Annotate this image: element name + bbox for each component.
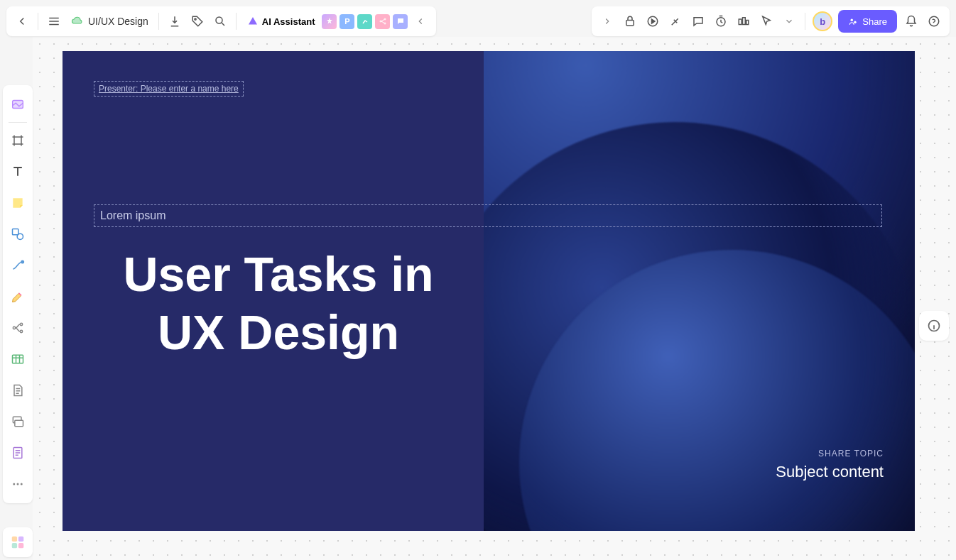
share-button[interactable]: Share [838,10,897,33]
toolbar-right: b Share [592,6,950,36]
comment-button[interactable] [687,10,710,33]
apps-button[interactable] [3,527,33,557]
help-button[interactable] [923,10,945,33]
ai-chip-presentation[interactable]: P [340,14,354,29]
templates-tool[interactable] [6,92,30,116]
svg-point-17 [21,260,23,263]
svg-rect-31 [18,543,23,548]
svg-rect-21 [13,355,23,363]
share-topic-group[interactable]: SHARE TOPIC Subject content [776,449,884,481]
frames-button[interactable] [732,10,755,33]
subtitle-placeholder[interactable]: Lorem ipsum [94,204,882,227]
svg-rect-29 [18,537,23,542]
svg-point-19 [20,323,22,325]
mindmap-tool[interactable] [6,316,30,340]
svg-rect-28 [12,537,17,542]
svg-point-3 [384,18,386,20]
tool-sidebar [3,85,33,503]
svg-point-1 [216,17,222,23]
cloud-sync-icon [71,15,84,28]
svg-point-11 [851,19,854,22]
divider [158,13,159,30]
svg-point-12 [854,21,857,23]
laser-pointer-button[interactable] [664,10,687,33]
play-button[interactable] [641,10,664,33]
sticky-note-tool[interactable] [6,191,30,215]
share-button-label: Share [862,16,887,27]
table-tool[interactable] [6,347,30,371]
share-topic-label: SHARE TOPIC [776,449,884,459]
back-button[interactable] [11,10,33,33]
text-tool[interactable] [6,160,30,184]
pen-tool[interactable] [6,285,30,309]
divider [9,122,27,123]
ai-assistant-button[interactable]: AI Assistant [241,15,321,28]
more-tools-dropdown[interactable] [778,10,800,33]
divider [236,13,237,30]
svg-rect-23 [15,420,23,426]
cursor-button[interactable] [755,10,778,33]
connector-tool[interactable] [6,253,30,278]
svg-point-0 [195,18,196,20]
ai-chip-mindmap[interactable] [375,14,390,29]
menu-button[interactable] [43,10,65,33]
tag-button[interactable] [186,10,209,33]
search-button[interactable] [209,10,232,33]
divider [38,13,38,30]
document-tool[interactable] [6,378,30,402]
expand-tools-button[interactable] [596,10,619,33]
info-button[interactable] [919,311,949,341]
ai-chip-image[interactable] [322,14,337,29]
svg-point-18 [13,326,15,329]
ai-chip-chat[interactable] [393,14,408,29]
slides-tool[interactable] [6,410,30,434]
document-title-group[interactable]: UI/UX Design [65,15,154,28]
ai-assistant-label: AI Assistant [262,16,315,27]
more-tools-button[interactable] [6,472,30,496]
ai-logo-icon [246,15,259,28]
svg-rect-9 [743,18,746,25]
divider [805,13,805,30]
svg-point-26 [17,483,19,485]
slide-title[interactable]: User Tasks in UX Design [94,246,463,361]
svg-rect-10 [746,21,749,25]
slide-frame[interactable]: Presenter: Please enter a name here Lore… [63,51,915,531]
svg-point-4 [384,23,386,24]
toolbar-left: UI/UX Design AI Assistant P [6,6,436,36]
svg-rect-15 [13,229,18,235]
svg-point-16 [17,234,23,239]
svg-rect-30 [12,543,17,548]
svg-rect-8 [739,19,742,25]
ai-chip-chart[interactable] [357,14,372,29]
lock-button[interactable] [619,10,641,33]
page-tool[interactable] [6,441,30,465]
share-topic-content: Subject content [776,463,884,481]
collapse-ai-chips-button[interactable] [409,10,432,33]
svg-point-25 [13,483,15,485]
svg-point-20 [20,330,22,332]
svg-point-27 [21,483,23,485]
user-avatar[interactable]: b [813,11,832,31]
notifications-button[interactable] [900,10,923,33]
document-title: UI/UX Design [88,16,148,27]
svg-point-2 [380,21,381,22]
svg-rect-5 [626,21,634,26]
download-button[interactable] [163,10,186,33]
timer-button[interactable] [710,10,732,33]
shape-tool[interactable] [6,222,30,246]
presenter-placeholder[interactable]: Presenter: Please enter a name here [94,81,244,97]
frame-tool[interactable] [6,128,30,153]
